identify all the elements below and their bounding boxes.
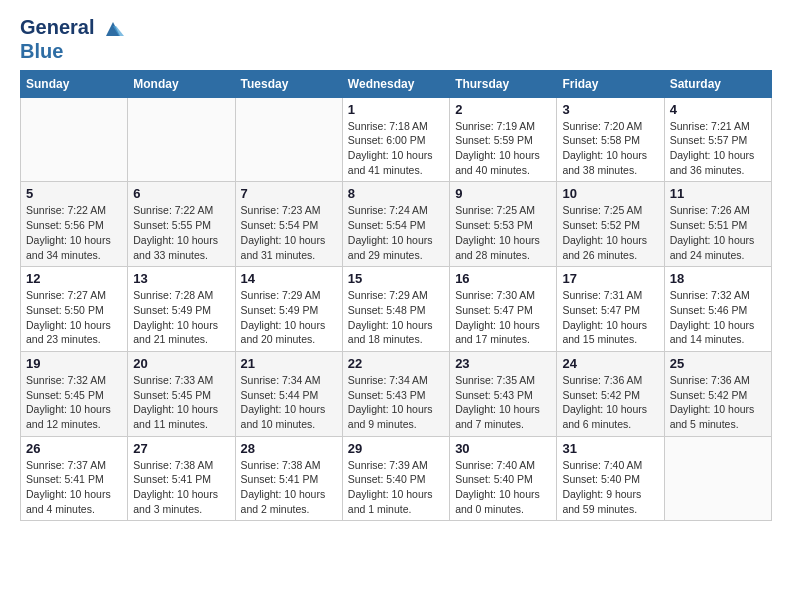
calendar-cell: 20Sunrise: 7:33 AMSunset: 5:45 PMDayligh…	[128, 351, 235, 436]
day-info: Sunrise: 7:34 AMSunset: 5:43 PMDaylight:…	[348, 373, 444, 432]
calendar-cell: 16Sunrise: 7:30 AMSunset: 5:47 PMDayligh…	[450, 267, 557, 352]
day-number: 8	[348, 186, 444, 201]
calendar-cell: 10Sunrise: 7:25 AMSunset: 5:52 PMDayligh…	[557, 182, 664, 267]
calendar-cell: 26Sunrise: 7:37 AMSunset: 5:41 PMDayligh…	[21, 436, 128, 521]
day-info: Sunrise: 7:36 AMSunset: 5:42 PMDaylight:…	[670, 373, 766, 432]
weekday-row: SundayMondayTuesdayWednesdayThursdayFrid…	[21, 70, 772, 97]
day-info: Sunrise: 7:22 AMSunset: 5:55 PMDaylight:…	[133, 203, 229, 262]
calendar-week-row: 26Sunrise: 7:37 AMSunset: 5:41 PMDayligh…	[21, 436, 772, 521]
day-number: 1	[348, 102, 444, 117]
calendar-cell: 23Sunrise: 7:35 AMSunset: 5:43 PMDayligh…	[450, 351, 557, 436]
day-info: Sunrise: 7:30 AMSunset: 5:47 PMDaylight:…	[455, 288, 551, 347]
calendar-cell	[128, 97, 235, 182]
day-info: Sunrise: 7:35 AMSunset: 5:43 PMDaylight:…	[455, 373, 551, 432]
calendar-week-row: 19Sunrise: 7:32 AMSunset: 5:45 PMDayligh…	[21, 351, 772, 436]
day-number: 7	[241, 186, 337, 201]
calendar-week-row: 12Sunrise: 7:27 AMSunset: 5:50 PMDayligh…	[21, 267, 772, 352]
day-number: 27	[133, 441, 229, 456]
day-info: Sunrise: 7:38 AMSunset: 5:41 PMDaylight:…	[133, 458, 229, 517]
day-info: Sunrise: 7:27 AMSunset: 5:50 PMDaylight:…	[26, 288, 122, 347]
day-info: Sunrise: 7:29 AMSunset: 5:49 PMDaylight:…	[241, 288, 337, 347]
day-number: 5	[26, 186, 122, 201]
day-number: 31	[562, 441, 658, 456]
logo-text: General	[20, 16, 124, 40]
day-info: Sunrise: 7:39 AMSunset: 5:40 PMDaylight:…	[348, 458, 444, 517]
calendar-cell: 28Sunrise: 7:38 AMSunset: 5:41 PMDayligh…	[235, 436, 342, 521]
weekday-header: Thursday	[450, 70, 557, 97]
weekday-header: Monday	[128, 70, 235, 97]
day-number: 2	[455, 102, 551, 117]
day-info: Sunrise: 7:33 AMSunset: 5:45 PMDaylight:…	[133, 373, 229, 432]
calendar-table: SundayMondayTuesdayWednesdayThursdayFrid…	[20, 70, 772, 522]
day-number: 3	[562, 102, 658, 117]
calendar-cell: 5Sunrise: 7:22 AMSunset: 5:56 PMDaylight…	[21, 182, 128, 267]
weekday-header: Saturday	[664, 70, 771, 97]
calendar-cell: 18Sunrise: 7:32 AMSunset: 5:46 PMDayligh…	[664, 267, 771, 352]
logo-blue: Blue	[20, 40, 124, 62]
calendar-cell: 30Sunrise: 7:40 AMSunset: 5:40 PMDayligh…	[450, 436, 557, 521]
calendar-cell: 24Sunrise: 7:36 AMSunset: 5:42 PMDayligh…	[557, 351, 664, 436]
day-info: Sunrise: 7:20 AMSunset: 5:58 PMDaylight:…	[562, 119, 658, 178]
day-number: 26	[26, 441, 122, 456]
calendar-cell: 29Sunrise: 7:39 AMSunset: 5:40 PMDayligh…	[342, 436, 449, 521]
day-info: Sunrise: 7:22 AMSunset: 5:56 PMDaylight:…	[26, 203, 122, 262]
calendar-cell: 6Sunrise: 7:22 AMSunset: 5:55 PMDaylight…	[128, 182, 235, 267]
calendar-header: SundayMondayTuesdayWednesdayThursdayFrid…	[21, 70, 772, 97]
weekday-header: Tuesday	[235, 70, 342, 97]
day-info: Sunrise: 7:25 AMSunset: 5:52 PMDaylight:…	[562, 203, 658, 262]
day-number: 13	[133, 271, 229, 286]
calendar-body: 1Sunrise: 7:18 AMSunset: 6:00 PMDaylight…	[21, 97, 772, 521]
calendar-cell: 25Sunrise: 7:36 AMSunset: 5:42 PMDayligh…	[664, 351, 771, 436]
calendar-week-row: 5Sunrise: 7:22 AMSunset: 5:56 PMDaylight…	[21, 182, 772, 267]
day-number: 30	[455, 441, 551, 456]
day-number: 23	[455, 356, 551, 371]
calendar-cell: 11Sunrise: 7:26 AMSunset: 5:51 PMDayligh…	[664, 182, 771, 267]
logo: General Blue	[20, 16, 124, 62]
day-info: Sunrise: 7:21 AMSunset: 5:57 PMDaylight:…	[670, 119, 766, 178]
day-info: Sunrise: 7:32 AMSunset: 5:46 PMDaylight:…	[670, 288, 766, 347]
calendar-cell	[664, 436, 771, 521]
page-header: General Blue	[20, 16, 772, 62]
calendar-cell: 17Sunrise: 7:31 AMSunset: 5:47 PMDayligh…	[557, 267, 664, 352]
calendar-cell	[235, 97, 342, 182]
day-number: 20	[133, 356, 229, 371]
calendar-cell: 31Sunrise: 7:40 AMSunset: 5:40 PMDayligh…	[557, 436, 664, 521]
day-number: 25	[670, 356, 766, 371]
calendar-cell: 22Sunrise: 7:34 AMSunset: 5:43 PMDayligh…	[342, 351, 449, 436]
weekday-header: Wednesday	[342, 70, 449, 97]
calendar-cell: 21Sunrise: 7:34 AMSunset: 5:44 PMDayligh…	[235, 351, 342, 436]
day-number: 16	[455, 271, 551, 286]
day-number: 18	[670, 271, 766, 286]
day-number: 11	[670, 186, 766, 201]
calendar-cell: 12Sunrise: 7:27 AMSunset: 5:50 PMDayligh…	[21, 267, 128, 352]
day-number: 17	[562, 271, 658, 286]
day-number: 4	[670, 102, 766, 117]
calendar-cell	[21, 97, 128, 182]
day-number: 19	[26, 356, 122, 371]
day-number: 9	[455, 186, 551, 201]
day-number: 12	[26, 271, 122, 286]
day-info: Sunrise: 7:36 AMSunset: 5:42 PMDaylight:…	[562, 373, 658, 432]
calendar-week-row: 1Sunrise: 7:18 AMSunset: 6:00 PMDaylight…	[21, 97, 772, 182]
calendar-cell: 3Sunrise: 7:20 AMSunset: 5:58 PMDaylight…	[557, 97, 664, 182]
day-number: 24	[562, 356, 658, 371]
calendar-cell: 2Sunrise: 7:19 AMSunset: 5:59 PMDaylight…	[450, 97, 557, 182]
day-info: Sunrise: 7:38 AMSunset: 5:41 PMDaylight:…	[241, 458, 337, 517]
calendar-cell: 9Sunrise: 7:25 AMSunset: 5:53 PMDaylight…	[450, 182, 557, 267]
calendar-cell: 19Sunrise: 7:32 AMSunset: 5:45 PMDayligh…	[21, 351, 128, 436]
calendar-cell: 7Sunrise: 7:23 AMSunset: 5:54 PMDaylight…	[235, 182, 342, 267]
day-info: Sunrise: 7:34 AMSunset: 5:44 PMDaylight:…	[241, 373, 337, 432]
day-info: Sunrise: 7:23 AMSunset: 5:54 PMDaylight:…	[241, 203, 337, 262]
calendar-cell: 15Sunrise: 7:29 AMSunset: 5:48 PMDayligh…	[342, 267, 449, 352]
calendar-cell: 8Sunrise: 7:24 AMSunset: 5:54 PMDaylight…	[342, 182, 449, 267]
day-info: Sunrise: 7:32 AMSunset: 5:45 PMDaylight:…	[26, 373, 122, 432]
day-info: Sunrise: 7:25 AMSunset: 5:53 PMDaylight:…	[455, 203, 551, 262]
day-number: 21	[241, 356, 337, 371]
day-info: Sunrise: 7:18 AMSunset: 6:00 PMDaylight:…	[348, 119, 444, 178]
calendar-cell: 27Sunrise: 7:38 AMSunset: 5:41 PMDayligh…	[128, 436, 235, 521]
day-number: 10	[562, 186, 658, 201]
day-info: Sunrise: 7:24 AMSunset: 5:54 PMDaylight:…	[348, 203, 444, 262]
calendar-cell: 13Sunrise: 7:28 AMSunset: 5:49 PMDayligh…	[128, 267, 235, 352]
calendar-cell: 14Sunrise: 7:29 AMSunset: 5:49 PMDayligh…	[235, 267, 342, 352]
day-info: Sunrise: 7:28 AMSunset: 5:49 PMDaylight:…	[133, 288, 229, 347]
